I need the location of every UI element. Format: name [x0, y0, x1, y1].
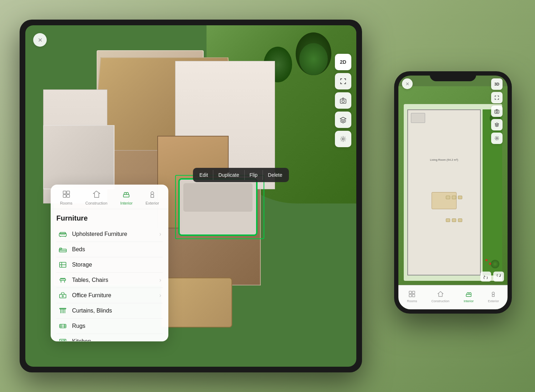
phone-tab-interior-label: Interior: [464, 299, 474, 303]
svg-point-16: [62, 295, 63, 297]
svg-point-2: [342, 138, 344, 140]
list-item-tables[interactable]: Tables, Chairs ›: [56, 273, 163, 288]
interior-icon: [122, 190, 130, 200]
phone-rooms-icon: [409, 291, 415, 299]
svg-rect-26: [412, 291, 415, 294]
storage-icon: [58, 261, 68, 269]
rugs-icon: [58, 322, 68, 330]
tab-exterior-label: Exterior: [146, 201, 159, 205]
selection-box: [175, 175, 264, 239]
list-item-storage[interactable]: Storage: [56, 257, 163, 273]
layers-button[interactable]: [335, 112, 351, 128]
office-arrow: ›: [159, 292, 161, 299]
svg-rect-28: [412, 294, 415, 297]
svg-rect-3: [63, 191, 66, 194]
office-label: Office Furniture: [72, 292, 159, 299]
storage-label: Storage: [72, 262, 161, 268]
close-button-tablet[interactable]: ✕: [33, 33, 47, 47]
svg-point-23: [496, 111, 498, 113]
rooms-icon: [62, 190, 70, 200]
phone-tab-exterior[interactable]: Exterior: [488, 291, 499, 303]
tables-icon: [58, 276, 68, 284]
svg-rect-17: [60, 308, 66, 309]
exterior-icon: [148, 190, 156, 200]
phone-tab-rooms-label: Rooms: [407, 299, 417, 303]
tab-exterior[interactable]: Exterior: [142, 189, 163, 207]
tab-construction[interactable]: Construction: [82, 189, 111, 207]
tables-label: Tables, Chairs: [72, 277, 159, 283]
sidebar-tabs: Rooms Construction: [51, 185, 168, 209]
curtains-label: Curtains, Blinds: [72, 308, 161, 314]
camera-button[interactable]: [335, 92, 351, 109]
svg-rect-25: [409, 291, 412, 294]
undo-button[interactable]: [480, 272, 491, 282]
list-item-beds[interactable]: Beds: [56, 242, 163, 257]
flip-button[interactable]: Flip: [245, 170, 263, 180]
tablet-toolbar: 2D: [335, 54, 351, 147]
sidebar-content: Furniture Upholstered Furniture ›: [51, 209, 168, 341]
upholstered-label: Upholstered Furniture: [72, 231, 159, 237]
main-scene: Edit Duplicate Flip Delete ✕ 2D: [0, 0, 535, 392]
phone-3d-button[interactable]: 3D: [491, 78, 503, 90]
kitchen-area: [43, 125, 114, 189]
sidebar-title: Furniture: [56, 214, 163, 222]
phone-layers-button[interactable]: [491, 119, 503, 130]
living-room-label: Living Room (54.2 m²): [430, 158, 458, 161]
svg-point-21: [64, 340, 65, 341]
list-item-rugs[interactable]: Rugs: [56, 319, 163, 334]
phone-tab-construction-label: Construction: [431, 299, 449, 303]
phone-tab-interior[interactable]: Interior: [464, 291, 474, 303]
duplicate-button[interactable]: Duplicate: [213, 170, 244, 180]
view-2d-button[interactable]: 2D: [335, 54, 351, 70]
tab-rooms[interactable]: Rooms: [56, 189, 76, 207]
list-item-kitchen[interactable]: Kitchen: [56, 334, 163, 341]
tree-1: [289, 32, 338, 89]
upholstered-icon: [58, 230, 68, 238]
phone-settings-button[interactable]: [491, 133, 503, 144]
edit-button[interactable]: Edit: [194, 170, 213, 180]
beds-icon: [58, 246, 68, 253]
svg-rect-4: [67, 191, 70, 194]
tablet-screen: Edit Duplicate Flip Delete ✕ 2D: [25, 25, 356, 367]
expand-button[interactable]: [335, 73, 351, 89]
close-button-phone[interactable]: ✕: [402, 78, 413, 89]
kitchen-icon: [58, 337, 68, 341]
settings-button[interactable]: [335, 131, 351, 147]
svg-rect-14: [60, 279, 66, 280]
sidebar-panel: Rooms Construction: [51, 185, 168, 341]
svg-rect-12: [60, 248, 62, 249]
svg-point-1: [342, 100, 345, 103]
phone-screen: Living Room (54.2 m²): [398, 76, 508, 309]
context-menu: Edit Duplicate Flip Delete: [193, 168, 289, 182]
svg-point-24: [496, 138, 498, 139]
rugs-label: Rugs: [72, 323, 161, 329]
construction-icon: [92, 190, 100, 200]
dining-table: [161, 278, 232, 327]
beds-label: Beds: [72, 246, 161, 253]
phone-expand-button[interactable]: [491, 92, 503, 103]
delete-button[interactable]: Delete: [263, 170, 287, 180]
phone-toolbar: 3D: [491, 78, 503, 144]
svg-rect-19: [60, 339, 66, 341]
svg-rect-5: [63, 195, 66, 197]
phone-camera-button[interactable]: [491, 105, 503, 117]
tab-interior-label: Interior: [120, 201, 132, 205]
phone-undo-redo: [480, 272, 504, 282]
list-item-curtains[interactable]: Curtains, Blinds: [56, 303, 163, 319]
upholstered-arrow: ›: [159, 231, 161, 237]
phone-exterior-icon: [490, 291, 496, 299]
office-icon: [58, 292, 68, 299]
phone-bottom-tabs: Rooms Construction: [398, 285, 508, 309]
tablet-device: Edit Duplicate Flip Delete ✕ 2D: [20, 20, 362, 372]
svg-point-20: [61, 341, 63, 341]
phone-tab-construction[interactable]: Construction: [431, 291, 449, 303]
tab-interior[interactable]: Interior: [117, 189, 136, 207]
redo-button[interactable]: [493, 272, 504, 282]
phone-tab-rooms[interactable]: Rooms: [407, 291, 417, 303]
list-item-upholstered[interactable]: Upholstered Furniture ›: [56, 227, 163, 242]
phone-notch: [430, 71, 476, 81]
kitchen-label: Kitchen: [72, 338, 161, 341]
svg-rect-29: [466, 294, 471, 296]
list-item-office[interactable]: Office Furniture ›: [56, 288, 163, 303]
svg-rect-6: [67, 195, 70, 197]
